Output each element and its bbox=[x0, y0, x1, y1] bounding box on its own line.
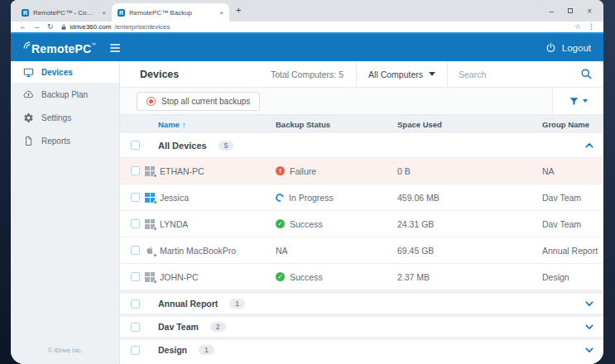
backup-status: In Progress bbox=[289, 193, 334, 203]
collapse-chevron-up-icon[interactable] bbox=[584, 140, 595, 151]
sidebar-item-settings[interactable]: Settings bbox=[11, 106, 119, 129]
expand-chevron-down-icon[interactable] bbox=[584, 298, 595, 309]
sidebar-item-backup-plan[interactable]: Backup Plan bbox=[11, 83, 119, 106]
reload-icon[interactable]: ↻ bbox=[47, 23, 54, 31]
tab-close-icon[interactable]: × bbox=[102, 9, 106, 17]
sidebar-item-label: Backup Plan bbox=[41, 90, 88, 99]
minimize-button[interactable]: – bbox=[550, 7, 555, 16]
group-checkbox[interactable] bbox=[131, 346, 140, 355]
group-row[interactable]: Dav Team2 bbox=[120, 314, 603, 337]
column-name[interactable]: Name↑ bbox=[120, 120, 276, 129]
group-checkbox[interactable] bbox=[131, 299, 140, 309]
chevron-down-icon bbox=[583, 99, 588, 103]
group-count-badge: 1 bbox=[199, 345, 214, 355]
all-devices-checkbox[interactable] bbox=[131, 141, 140, 150]
group-row[interactable]: Design1 bbox=[120, 337, 603, 360]
space-used: 69.45 GB bbox=[397, 246, 434, 256]
window-controls: – × bbox=[550, 7, 598, 16]
windows-logo-icon bbox=[145, 193, 155, 203]
tab-close-icon[interactable]: × bbox=[219, 9, 223, 17]
computers-dropdown[interactable]: All Computers bbox=[357, 69, 447, 79]
sidebar-item-reports[interactable]: Reports bbox=[11, 129, 119, 152]
space-used: 459.06 MB bbox=[397, 193, 440, 203]
column-space-used[interactable]: Space Used bbox=[397, 120, 542, 129]
table-header: Name↑ Backup Status Space Used Group Nam… bbox=[120, 115, 603, 133]
windows-logo-icon bbox=[145, 166, 155, 176]
apple-logo-icon bbox=[145, 245, 155, 256]
search-icon[interactable] bbox=[580, 68, 593, 80]
desktop-background: R RemotePC™ - Computers × R RemotePC™ Ba… bbox=[0, 0, 615, 364]
failure-icon: ! bbox=[276, 166, 285, 175]
sidebar-item-label: Reports bbox=[41, 136, 70, 146]
device-name: JOHN-PC bbox=[160, 272, 199, 282]
backup-status: Failure bbox=[290, 166, 316, 176]
presence-dot bbox=[153, 200, 157, 204]
backup-status: Success bbox=[290, 219, 323, 229]
sort-ascending-icon: ↑ bbox=[182, 121, 186, 129]
action-bar: Stop all current backups bbox=[120, 88, 603, 115]
column-group-name[interactable]: Group Name bbox=[542, 120, 575, 129]
device-name: Martin MacBookPro bbox=[160, 246, 236, 256]
row-checkbox[interactable] bbox=[131, 193, 140, 202]
tab-remotepc-computers[interactable]: R RemotePC™ - Computers × bbox=[16, 3, 112, 22]
new-tab-button[interactable]: + bbox=[236, 6, 241, 17]
hamburger-menu-icon[interactable] bbox=[109, 43, 121, 53]
app-header: RemotePC ™ Logout bbox=[11, 32, 603, 61]
back-icon[interactable]: ← bbox=[19, 23, 26, 31]
cloud-backup-icon bbox=[23, 89, 34, 100]
filter-button[interactable] bbox=[552, 88, 603, 114]
close-window-button[interactable]: × bbox=[587, 7, 592, 16]
remotepc-logo: RemotePC ™ bbox=[23, 41, 96, 55]
group-name: Dav Team bbox=[542, 193, 581, 203]
presence-dot bbox=[153, 227, 157, 231]
group-count-badge: 1 bbox=[229, 299, 245, 309]
group-count-badge: 2 bbox=[210, 322, 226, 332]
row-checkbox[interactable] bbox=[131, 166, 140, 175]
group-name: Design bbox=[542, 272, 569, 282]
total-computers-label: Total Computers: 5 bbox=[271, 69, 344, 79]
copyright-label: © IDrive Inc. bbox=[11, 347, 119, 354]
sidebar: Devices Backup Plan Settings bbox=[11, 61, 120, 364]
maximize-button[interactable] bbox=[568, 8, 573, 13]
device-row[interactable]: JessicaIn Progress459.06 MBDav Team bbox=[120, 184, 603, 211]
device-name: LYNDA bbox=[160, 219, 188, 229]
monitor-icon bbox=[23, 67, 34, 78]
search-input[interactable] bbox=[448, 69, 580, 79]
sidebar-item-devices[interactable]: Devices bbox=[11, 61, 119, 83]
group-checkbox[interactable] bbox=[131, 323, 140, 332]
all-devices-row[interactable]: All Devices 5 bbox=[120, 133, 603, 158]
page-title: Devices bbox=[140, 69, 179, 80]
stop-all-backups-button[interactable]: Stop all current backups bbox=[137, 92, 260, 111]
tab-title: RemotePC™ - Computers bbox=[33, 9, 98, 17]
all-devices-label: All Devices bbox=[158, 141, 207, 151]
space-used: 0 B bbox=[397, 166, 411, 176]
backup-status: NA bbox=[276, 246, 288, 256]
address-bar[interactable]: idrive360.com/enterprise/devices bbox=[60, 23, 568, 31]
expand-chevron-down-icon[interactable] bbox=[584, 321, 595, 333]
browser-menu-icon[interactable]: ⋮ bbox=[588, 23, 595, 31]
tab-remotepc-backup[interactable]: R RemotePC™ Backup × bbox=[112, 3, 229, 22]
presence-dot bbox=[153, 174, 157, 178]
device-row[interactable]: JOHN-PC✓Success2.37 MBDesign bbox=[120, 264, 603, 290]
bookmark-star-icon[interactable]: ☆ bbox=[574, 23, 581, 31]
space-used: 24.31 GB bbox=[397, 219, 434, 229]
row-checkbox[interactable] bbox=[131, 219, 140, 228]
stop-all-backups-label: Stop all current backups bbox=[161, 97, 250, 106]
logout-button[interactable]: Logout bbox=[545, 42, 591, 53]
row-checkbox[interactable] bbox=[131, 272, 140, 281]
device-row[interactable]: Martin MacBookProNA69.45 GBAnnual Report bbox=[120, 237, 603, 264]
expand-chevron-down-icon[interactable] bbox=[584, 344, 595, 356]
device-row[interactable]: LYNDA✓Success24.31 GBDav Team bbox=[120, 211, 603, 237]
row-checkbox[interactable] bbox=[131, 246, 140, 255]
device-row[interactable]: ETHAN-PC!Failure0 BNA bbox=[120, 158, 603, 184]
report-icon bbox=[23, 136, 34, 146]
forward-icon[interactable]: → bbox=[33, 23, 41, 31]
computers-dropdown-value: All Computers bbox=[368, 69, 423, 79]
column-backup-status[interactable]: Backup Status bbox=[276, 120, 397, 129]
browser-tab-bar: R RemotePC™ - Computers × R RemotePC™ Ba… bbox=[11, 0, 603, 22]
gear-icon bbox=[23, 113, 34, 123]
group-row[interactable]: Annual Report1 bbox=[120, 290, 603, 314]
brand-name: RemotePC bbox=[31, 43, 91, 55]
tab-title: RemotePC™ Backup bbox=[129, 9, 215, 17]
chevron-down-icon bbox=[429, 72, 435, 76]
